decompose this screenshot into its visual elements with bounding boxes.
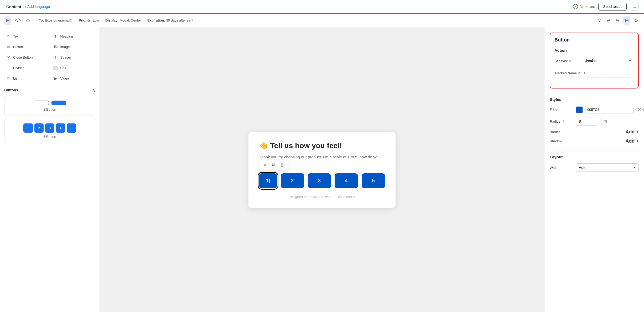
- cio-brand-label: customer.io: [338, 195, 355, 199]
- modal-button-2[interactable]: 2: [281, 173, 304, 188]
- modal-emoji: 👋: [259, 142, 268, 150]
- image-icon: 🖼: [53, 44, 58, 49]
- fill-hex-input[interactable]: [585, 106, 634, 113]
- fill-control: 100 %: [576, 106, 644, 113]
- fill-color-swatch[interactable]: [576, 106, 583, 113]
- modal-title: 👋 Tell us how you feel!: [259, 141, 385, 150]
- tracked-name-reset-icon[interactable]: ↺: [578, 71, 580, 75]
- filter-button[interactable]: ⊟: [623, 16, 630, 25]
- buttons-section-header: Buttons ∧: [4, 87, 95, 93]
- five-button-card[interactable]: 1 2 3 4 5 5 Button: [4, 119, 95, 143]
- heading-icon: T: [53, 34, 58, 39]
- button-element[interactable]: ▭ Button: [4, 42, 48, 51]
- buttons-section-label: Buttons: [4, 88, 18, 92]
- video-element[interactable]: ▶ Video: [51, 74, 96, 83]
- tracked-name-input[interactable]: [581, 69, 634, 77]
- button-icon: ▭: [6, 44, 11, 49]
- list-icon: ≡: [6, 76, 11, 81]
- list-label: List: [13, 76, 18, 80]
- undo-button[interactable]: ↩: [605, 16, 612, 25]
- code-view-button[interactable]: </>: [13, 16, 23, 25]
- cio-logo-icon: ⸺: [333, 195, 337, 199]
- footer-text: Designed and delivered with: [288, 195, 331, 199]
- layout-divider: [550, 150, 639, 150]
- heading-label: Heading: [60, 34, 73, 38]
- radius-input[interactable]: [576, 117, 597, 126]
- image-element[interactable]: 🖼 Image: [51, 42, 96, 51]
- fill-opacity-label: 100 %: [636, 108, 644, 112]
- fill-reset-icon[interactable]: ↺: [555, 108, 558, 112]
- five-btn-1: 1: [23, 123, 33, 133]
- video-label: Video: [60, 76, 69, 80]
- shadow-add-button[interactable]: Add +: [625, 138, 639, 144]
- heading-element[interactable]: T Heading: [51, 32, 96, 41]
- preview-button[interactable]: ⊙: [24, 16, 32, 25]
- filter-icon: ⊟: [625, 18, 629, 23]
- two-button-card[interactable]: 2 Button: [4, 96, 95, 116]
- more-options-button[interactable]: ...: [630, 3, 639, 11]
- main-layout: ≡ Text T Heading ▭ Button 🖼 Image ✕ Clos…: [0, 27, 644, 312]
- radius-control: ⊡: [576, 117, 639, 126]
- box-icon: ⬜: [53, 65, 58, 70]
- close-icon: ✕: [6, 55, 11, 60]
- border-add-button[interactable]: Add +: [625, 129, 639, 135]
- spacer-element[interactable]: ↕ Spacer: [51, 53, 96, 62]
- expiration-field: Expiration: 30 days after sent: [147, 18, 193, 22]
- list-element[interactable]: ≡ List: [4, 74, 48, 83]
- modal-button-4[interactable]: 4: [335, 173, 358, 188]
- content-tab[interactable]: Content: [5, 4, 22, 9]
- behavior-reset-icon[interactable]: ↺: [569, 59, 572, 63]
- close-button-element[interactable]: ✕ Close Button: [4, 53, 48, 62]
- radius-reset-icon[interactable]: ↺: [561, 119, 564, 123]
- fill-label: Fill ↺: [550, 108, 576, 112]
- top-nav-right: ✓ No errors Send test... ...: [573, 3, 639, 11]
- to-field: To: {{customer.email}}: [39, 18, 72, 22]
- tracked-name-label: Tracked Name ↺: [554, 71, 581, 75]
- toolbar-view-icons: ⊞ </> ⊙: [4, 16, 32, 25]
- chevron-down-icon: ∨: [598, 18, 601, 23]
- behavior-select[interactable]: Dismiss: [581, 57, 634, 65]
- tracked-name-row: Tracked Name ↺: [554, 69, 634, 77]
- modal-button-3[interactable]: 3: [308, 173, 331, 188]
- width-label: Width: [550, 166, 576, 170]
- copy-icon-button[interactable]: ⧉: [271, 162, 277, 168]
- text-element[interactable]: ≡ Text: [4, 32, 48, 41]
- modal-footer: Designed and delivered with ⸺ customer.i…: [259, 195, 385, 199]
- send-test-button[interactable]: Send test...: [598, 3, 627, 11]
- width-row: Width Auto: [550, 163, 639, 172]
- toolbar-meta: To: {{customer.email}} Priority: Low Dis…: [39, 18, 592, 22]
- priority-field: Priority: Low: [79, 18, 99, 22]
- box-label: Box: [60, 66, 66, 70]
- two-button-fill-preview: [51, 101, 66, 105]
- modal-title-text: Tell us how you feel!: [270, 142, 342, 150]
- delete-icon-button[interactable]: 🗑: [279, 162, 286, 168]
- border-row: Border Add +: [550, 129, 639, 135]
- width-select[interactable]: Auto: [576, 163, 639, 172]
- right-sidebar: Button Action Behavior ↺ Dismiss: [544, 27, 644, 312]
- buttons-collapse-button[interactable]: ∧: [92, 87, 95, 93]
- divider-element[interactable]: — Divider: [4, 63, 48, 72]
- gear-icon: ⚙: [634, 18, 638, 23]
- five-btn-4: 4: [56, 123, 65, 133]
- right-sidebar-title: Button: [554, 37, 634, 43]
- redo-button[interactable]: ↪: [614, 16, 621, 25]
- shadow-row: Shadow Add +: [550, 138, 639, 144]
- settings-button[interactable]: ⚙: [632, 16, 640, 25]
- fill-row: Fill ↺ 100 %: [550, 106, 639, 113]
- modal-button-1[interactable]: 1|: [259, 173, 277, 188]
- grid-view-button[interactable]: ⊞: [4, 16, 11, 25]
- add-language-button[interactable]: + Add language: [24, 4, 50, 9]
- action-section: Action Behavior ↺ Dismiss: [554, 48, 634, 77]
- tracked-name-control: [581, 69, 634, 77]
- toolbar: ⊞ </> ⊙ To: {{customer.email}} Priority:…: [0, 14, 644, 27]
- dropdown-button[interactable]: ∨: [596, 16, 603, 25]
- radius-corner-toggle[interactable]: ⊡: [601, 118, 609, 125]
- button-label: Button: [13, 45, 23, 49]
- display-field: Display: Modal, Center: [105, 18, 141, 22]
- box-element[interactable]: ⬜ Box: [51, 63, 96, 72]
- edit-icon-button[interactable]: ✏: [262, 162, 268, 169]
- shadow-label: Shadow: [550, 139, 562, 143]
- modal-button-5[interactable]: 5: [362, 173, 385, 188]
- two-button-outline-preview: [34, 101, 49, 105]
- text-icon: ≡: [6, 34, 11, 39]
